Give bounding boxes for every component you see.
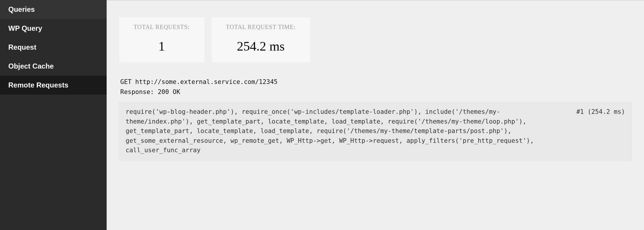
sidebar-item-label: Object Cache: [8, 62, 54, 70]
sidebar-item-label: WP Query: [8, 24, 42, 32]
sidebar-item-label: Remote Requests: [8, 81, 68, 89]
sidebar-item-request[interactable]: Request: [0, 38, 107, 57]
sidebar-item-label: Queries: [8, 5, 35, 13]
stat-label: TOTAL REQUESTS:: [134, 24, 190, 30]
sidebar-item-queries[interactable]: Queries: [0, 0, 107, 19]
sidebar: Queries WP Query Request Object Cache Re…: [0, 0, 107, 230]
stat-card-total-request-time: TOTAL REQUEST TIME: 254.2 ms: [211, 17, 311, 63]
stack-trace-text: require('wp-blog-header.php'), require_o…: [126, 107, 559, 155]
request-meta: GET http://some.external.service.com/123…: [107, 72, 644, 102]
stack-trace-tag: #1 (254.2 ms): [576, 107, 625, 117]
sidebar-item-wp-query[interactable]: WP Query: [0, 19, 107, 38]
stack-trace-block: require('wp-blog-header.php'), require_o…: [118, 102, 632, 161]
request-line: GET http://some.external.service.com/123…: [120, 77, 632, 87]
stat-label: TOTAL REQUEST TIME:: [226, 24, 296, 30]
stat-value: 1: [134, 39, 190, 54]
main-content: TOTAL REQUESTS: 1 TOTAL REQUEST TIME: 25…: [107, 0, 644, 230]
sidebar-item-label: Request: [8, 43, 36, 51]
sidebar-item-object-cache[interactable]: Object Cache: [0, 57, 107, 76]
stat-value: 254.2 ms: [226, 39, 296, 54]
response-line: Response: 200 OK: [120, 87, 632, 97]
stats-row: TOTAL REQUESTS: 1 TOTAL REQUEST TIME: 25…: [107, 1, 644, 72]
stat-card-total-requests: TOTAL REQUESTS: 1: [118, 17, 205, 63]
sidebar-item-remote-requests[interactable]: Remote Requests: [0, 76, 107, 95]
